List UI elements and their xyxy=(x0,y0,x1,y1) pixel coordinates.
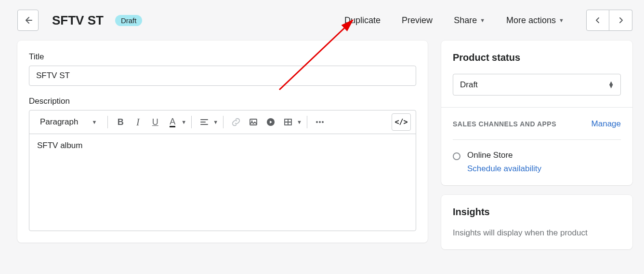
page-title: SFTV ST xyxy=(52,13,104,28)
more-formatting-button[interactable] xyxy=(312,114,328,130)
chevron-left-icon xyxy=(594,17,601,24)
pagination-nav xyxy=(586,10,632,31)
insights-heading: Insights xyxy=(453,206,621,218)
chevron-down-icon: ▼ xyxy=(213,119,218,125)
video-button[interactable] xyxy=(263,114,278,130)
paragraph-select[interactable]: Paragraph ▼ xyxy=(34,114,103,130)
chevron-right-icon xyxy=(618,17,624,24)
image-button[interactable] xyxy=(246,114,261,130)
align-left-icon xyxy=(200,118,209,126)
title-description-card: Title Description Paragraph ▼ B I U xyxy=(17,41,428,243)
play-circle-icon xyxy=(266,118,275,126)
svg-point-4 xyxy=(316,121,318,123)
underline-button[interactable]: U xyxy=(147,114,163,130)
chevron-down-icon: ▼ xyxy=(181,119,186,125)
more-actions-label: More actions xyxy=(506,15,556,26)
prev-button[interactable] xyxy=(586,10,609,31)
channel-status-icon xyxy=(453,152,460,160)
status-badge: Draft xyxy=(115,15,143,26)
editor-toolbar: Paragraph ▼ B I U A ▼ xyxy=(29,110,416,134)
description-editor[interactable]: SFTV album xyxy=(29,134,416,231)
more-actions-button[interactable]: More actions ▼ xyxy=(499,12,571,29)
channel-name: Online Store xyxy=(467,151,541,160)
text-color-button[interactable]: A ▼ xyxy=(165,114,186,130)
product-status-card: Product status Draft ▲▼ SALES CHANNELS A… xyxy=(441,41,632,185)
italic-button[interactable]: I xyxy=(130,114,145,130)
duplicate-button[interactable]: Duplicate xyxy=(338,12,387,29)
sales-channels-heading: SALES CHANNELS AND APPS xyxy=(453,120,556,128)
chevron-down-icon: ▼ xyxy=(92,119,97,125)
italic-icon: I xyxy=(136,117,140,128)
product-status-heading: Product status xyxy=(453,52,621,63)
description-label: Description xyxy=(29,96,416,106)
status-select[interactable]: Draft xyxy=(453,74,621,96)
svg-point-6 xyxy=(322,121,324,123)
title-label: Title xyxy=(29,52,416,62)
dots-horizontal-icon xyxy=(315,121,324,123)
rich-text-editor: Paragraph ▼ B I U A ▼ xyxy=(29,110,416,231)
table-icon xyxy=(284,118,292,126)
chevron-down-icon: ▼ xyxy=(297,119,302,125)
insights-card: Insights Insights will display when the … xyxy=(441,195,632,249)
paragraph-select-label: Paragraph xyxy=(40,117,78,127)
bold-button[interactable]: B xyxy=(113,114,128,130)
share-button[interactable]: Share ▼ xyxy=(447,12,492,29)
align-button[interactable]: ▼ xyxy=(197,114,218,130)
link-icon xyxy=(232,118,240,126)
bold-icon: B xyxy=(118,117,124,127)
text-color-icon: A xyxy=(170,117,175,127)
title-input[interactable] xyxy=(29,66,416,86)
image-icon xyxy=(249,118,258,126)
chevron-down-icon: ▼ xyxy=(480,17,485,23)
code-view-button[interactable]: </> xyxy=(392,113,411,131)
back-button[interactable] xyxy=(17,10,39,31)
manage-link[interactable]: Manage xyxy=(591,119,621,129)
insights-text: Insights will display when the product xyxy=(453,228,621,238)
preview-button[interactable]: Preview xyxy=(395,12,439,29)
schedule-availability-link[interactable]: Schedule availability xyxy=(467,164,541,174)
table-button[interactable]: ▼ xyxy=(280,114,302,130)
next-button[interactable] xyxy=(609,10,632,31)
link-button[interactable] xyxy=(228,114,244,130)
share-label: Share xyxy=(454,15,477,26)
underline-icon: U xyxy=(152,117,158,127)
chevron-down-icon: ▼ xyxy=(559,17,564,23)
arrow-left-icon xyxy=(23,15,33,25)
svg-point-5 xyxy=(319,121,321,123)
page-header: SFTV ST Draft Duplicate Preview Share ▼ … xyxy=(0,0,644,41)
